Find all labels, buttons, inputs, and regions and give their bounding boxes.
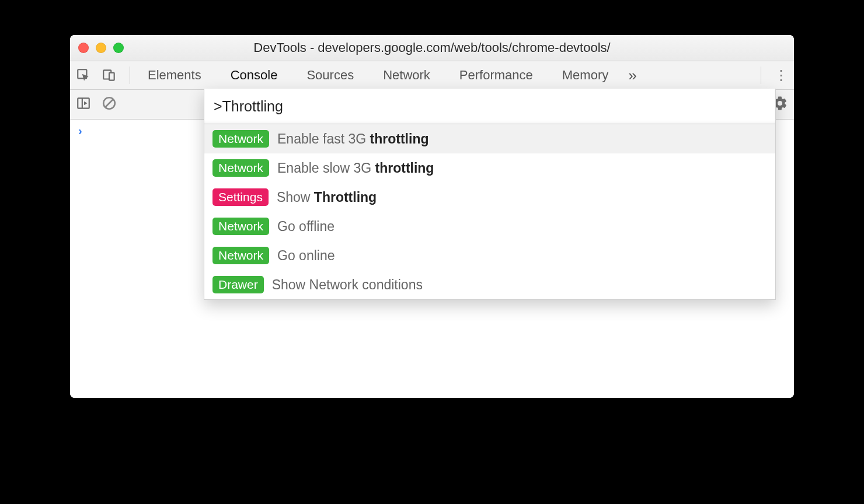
- command-result[interactable]: DrawerShow Network conditions: [204, 270, 775, 299]
- tabs: ElementsConsoleSourcesNetworkPerformance…: [143, 68, 613, 83]
- command-result-label: Enable fast 3G throttling: [277, 131, 428, 147]
- category-badge: Network: [212, 159, 269, 177]
- main-toolbar: ElementsConsoleSourcesNetworkPerformance…: [70, 61, 794, 90]
- tab-console[interactable]: Console: [226, 68, 283, 83]
- svg-rect-2: [109, 73, 114, 80]
- console-prompt-chevron-icon: ›: [78, 124, 82, 138]
- window-controls: [78, 43, 124, 53]
- close-window-button[interactable]: [78, 43, 89, 53]
- titlebar: DevTools - developers.google.com/web/too…: [70, 35, 794, 61]
- sidebar-toggle-icon[interactable]: [76, 96, 91, 113]
- clear-console-icon[interactable]: [102, 96, 117, 113]
- tab-performance[interactable]: Performance: [455, 68, 538, 83]
- command-palette-search: [204, 89, 775, 124]
- category-badge: Network: [212, 247, 269, 264]
- console-toolbar: NetworkEnable fast 3G throttlingNetworkE…: [70, 90, 794, 120]
- command-result-label: Show Network conditions: [272, 277, 423, 293]
- command-result-label: Go offline: [277, 219, 335, 235]
- toolbar-separator: [761, 66, 761, 84]
- category-badge: Settings: [212, 188, 269, 206]
- device-toggle-icon[interactable]: [102, 68, 117, 83]
- command-result-label: Go online: [277, 248, 335, 264]
- devtools-window: DevTools - developers.google.com/web/too…: [70, 35, 794, 398]
- svg-line-7: [106, 100, 113, 107]
- command-result-label: Show Throttling: [277, 190, 377, 205]
- window-title: DevTools - developers.google.com/web/too…: [70, 40, 794, 55]
- command-result-label: Enable slow 3G throttling: [277, 160, 434, 176]
- tab-network[interactable]: Network: [378, 68, 435, 83]
- inspect-element-icon[interactable]: [76, 68, 91, 83]
- more-menu-icon[interactable]: ⋮: [774, 68, 788, 82]
- tab-memory[interactable]: Memory: [558, 68, 613, 83]
- tabs-overflow-button[interactable]: »: [623, 66, 641, 85]
- command-result[interactable]: NetworkEnable slow 3G throttling: [204, 153, 775, 183]
- category-badge: Network: [212, 218, 269, 235]
- command-result[interactable]: NetworkEnable fast 3G throttling: [204, 124, 775, 153]
- zoom-window-button[interactable]: [113, 43, 124, 53]
- tab-elements[interactable]: Elements: [143, 68, 206, 83]
- tab-sources[interactable]: Sources: [302, 68, 358, 83]
- command-palette-input[interactable]: [212, 97, 767, 116]
- command-result[interactable]: NetworkGo offline: [204, 212, 775, 241]
- svg-rect-3: [78, 98, 89, 108]
- command-result[interactable]: SettingsShow Throttling: [204, 183, 775, 212]
- category-badge: Network: [212, 130, 269, 148]
- minimize-window-button[interactable]: [96, 43, 106, 53]
- command-palette: NetworkEnable fast 3G throttlingNetworkE…: [204, 89, 776, 300]
- toolbar-separator: [130, 66, 130, 84]
- category-badge: Drawer: [212, 276, 264, 293]
- svg-marker-5: [84, 102, 87, 106]
- command-result[interactable]: NetworkGo online: [204, 241, 775, 270]
